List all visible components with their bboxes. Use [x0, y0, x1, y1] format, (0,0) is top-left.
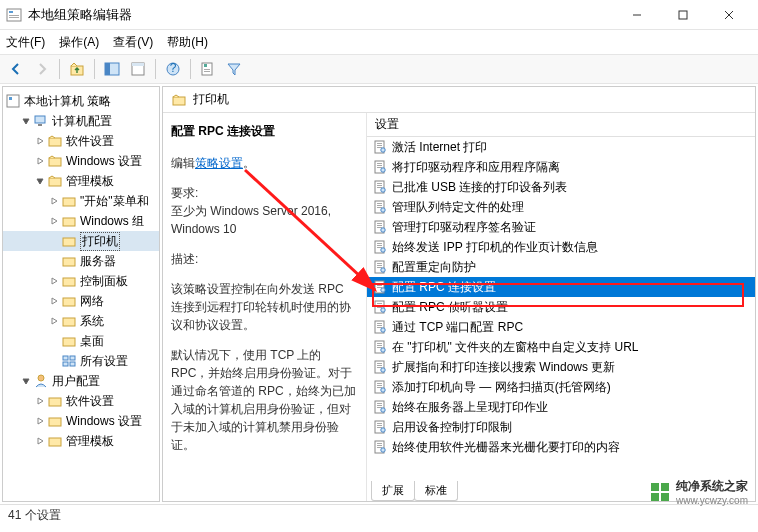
- list-item-label: 将打印驱动程序和应用程序隔离: [392, 159, 560, 176]
- svg-rect-49: [377, 163, 382, 164]
- edit-policy-link[interactable]: 策略设置: [195, 156, 243, 170]
- list-item-label: 配置 RPC 侦听器设置: [392, 299, 508, 316]
- menu-view[interactable]: 查看(V): [113, 34, 153, 51]
- tree-desktop[interactable]: 桌面: [3, 331, 159, 351]
- svg-rect-31: [63, 298, 75, 306]
- list-item[interactable]: 添加打印机向导 — 网络扫描页(托管网络): [367, 377, 755, 397]
- svg-rect-44: [377, 143, 382, 144]
- status-bar: 41 个设置: [0, 504, 758, 526]
- description-p2: 默认情况下，使用 TCP 上的 RPC，并始终启用身份验证。对于通过命名管道的 …: [171, 346, 358, 454]
- list-item[interactable]: 扩展指向和打印连接以搜索 Windows 更新: [367, 357, 755, 377]
- toolbar: ?: [0, 54, 758, 84]
- svg-rect-115: [377, 425, 382, 426]
- tree-start-menu[interactable]: "开始"菜单和: [3, 191, 159, 211]
- list-item[interactable]: 管理队列特定文件的处理: [367, 197, 755, 217]
- tree-servers[interactable]: 服务器: [3, 251, 159, 271]
- svg-rect-21: [35, 116, 45, 123]
- list-item-label: 管理队列特定文件的处理: [392, 199, 524, 216]
- tree-admin-templates-1[interactable]: 管理模板: [3, 171, 159, 191]
- tree-all-settings[interactable]: 所有设置: [3, 351, 159, 371]
- svg-rect-106: [377, 387, 382, 388]
- tree-root[interactable]: 本地计算机 策略: [3, 91, 159, 111]
- tree-admin-templates-2[interactable]: 管理模板: [3, 431, 159, 451]
- list-column-header[interactable]: 设置: [367, 113, 755, 137]
- svg-rect-20: [9, 97, 12, 100]
- list-item[interactable]: 激活 Internet 打印: [367, 137, 755, 157]
- forward-button[interactable]: [30, 57, 54, 81]
- close-button[interactable]: [706, 0, 752, 30]
- content-title: 打印机: [193, 91, 229, 108]
- tree-computer-config[interactable]: 计算机配置: [3, 111, 159, 131]
- svg-rect-42: [173, 97, 185, 105]
- menu-action[interactable]: 操作(A): [59, 34, 99, 51]
- navigation-tree[interactable]: 本地计算机 策略 计算机配置 软件设置 Windows 设置 管理模板 "开始"…: [2, 86, 160, 502]
- help-button[interactable]: ?: [161, 57, 185, 81]
- tree-user-config[interactable]: 用户配置: [3, 371, 159, 391]
- description-label: 描述:: [171, 250, 358, 268]
- policy-icon: [373, 180, 387, 194]
- svg-rect-28: [63, 238, 75, 246]
- svg-rect-23: [49, 138, 61, 146]
- menu-help[interactable]: 帮助(H): [167, 34, 208, 51]
- svg-rect-60: [377, 205, 382, 206]
- tree-windows-components[interactable]: Windows 组: [3, 211, 159, 231]
- svg-rect-81: [377, 287, 382, 288]
- svg-rect-33: [63, 338, 75, 346]
- list-item[interactable]: 在 "打印机" 文件夹的左窗格中自定义支持 URL: [367, 337, 755, 357]
- policy-icon: [373, 400, 387, 414]
- show-hide-tree-button[interactable]: [100, 57, 124, 81]
- svg-rect-86: [377, 307, 382, 308]
- tree-software-settings-1[interactable]: 软件设置: [3, 131, 159, 151]
- tree-windows-settings-1[interactable]: Windows 设置: [3, 151, 159, 171]
- svg-point-52: [381, 168, 385, 172]
- filter-button[interactable]: [222, 57, 246, 81]
- up-button[interactable]: [65, 57, 89, 81]
- list-item[interactable]: 始终使用软件光栅器来光栅化要打印的内容: [367, 437, 755, 457]
- content-header: 打印机: [163, 87, 755, 113]
- list-item[interactable]: 始终发送 IPP 打印机的作业页计数信息: [367, 237, 755, 257]
- watermark-url: www.ycwzy.com: [676, 495, 748, 506]
- svg-rect-54: [377, 183, 382, 184]
- tab-extended[interactable]: 扩展: [371, 481, 415, 501]
- svg-rect-71: [377, 247, 382, 248]
- svg-rect-16: [204, 64, 207, 67]
- svg-point-112: [381, 408, 385, 412]
- menu-file[interactable]: 文件(F): [6, 34, 45, 51]
- policy-icon: [373, 440, 387, 454]
- tree-network[interactable]: 网络: [3, 291, 159, 311]
- tree-windows-settings-2[interactable]: Windows 设置: [3, 411, 159, 431]
- svg-rect-109: [377, 403, 382, 404]
- settings-list[interactable]: 激活 Internet 打印将打印驱动程序和应用程序隔离已批准 USB 连接的打…: [367, 137, 755, 479]
- svg-rect-46: [377, 147, 382, 148]
- svg-rect-51: [377, 167, 382, 168]
- tree-control-panel[interactable]: 控制面板: [3, 271, 159, 291]
- list-item-label: 在 "打印机" 文件夹的左窗格中自定义支持 URL: [392, 339, 639, 356]
- tab-standard[interactable]: 标准: [414, 481, 458, 501]
- tree-system[interactable]: 系统: [3, 311, 159, 331]
- svg-point-67: [381, 228, 385, 232]
- svg-point-38: [38, 375, 44, 381]
- svg-rect-105: [377, 385, 382, 386]
- tree-software-settings-2[interactable]: 软件设置: [3, 391, 159, 411]
- svg-rect-12: [132, 63, 144, 66]
- list-item[interactable]: 通过 TCP 端口配置 RPC: [367, 317, 755, 337]
- svg-rect-69: [377, 243, 382, 244]
- back-button[interactable]: [4, 57, 28, 81]
- tree-printers[interactable]: 打印机: [3, 231, 159, 251]
- minimize-button[interactable]: [614, 0, 660, 30]
- list-item[interactable]: 管理打印驱动程序签名验证: [367, 217, 755, 237]
- list-item[interactable]: 配置 RPC 侦听器设置: [367, 297, 755, 317]
- svg-rect-91: [377, 327, 382, 328]
- list-item-label: 启用设备控制打印限制: [392, 419, 512, 436]
- svg-rect-76: [377, 267, 382, 268]
- list-item[interactable]: 已批准 USB 连接的打印设备列表: [367, 177, 755, 197]
- export-button[interactable]: [196, 57, 220, 81]
- svg-rect-30: [63, 278, 75, 286]
- maximize-button[interactable]: [660, 0, 706, 30]
- list-item[interactable]: 将打印驱动程序和应用程序隔离: [367, 157, 755, 177]
- list-item[interactable]: 启用设备控制打印限制: [367, 417, 755, 437]
- list-item[interactable]: 配置重定向防护: [367, 257, 755, 277]
- list-item[interactable]: 配置 RPC 连接设置: [367, 277, 755, 297]
- list-item[interactable]: 始终在服务器上呈现打印作业: [367, 397, 755, 417]
- properties-button[interactable]: [126, 57, 150, 81]
